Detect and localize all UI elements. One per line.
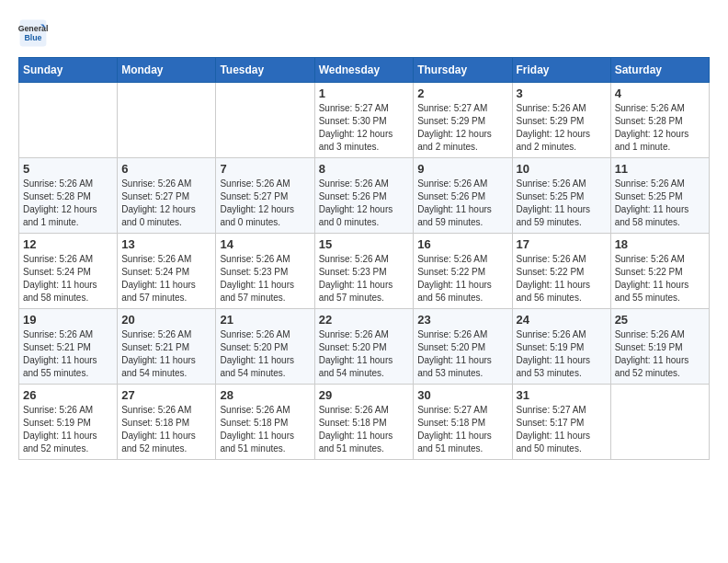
day-number: 2: [417, 86, 507, 100]
calendar-week-row: 19Sunrise: 5:26 AMSunset: 5:21 PMDayligh…: [19, 309, 710, 385]
weekday-header: Wednesday: [314, 58, 414, 83]
calendar-cell: 17Sunrise: 5:26 AMSunset: 5:22 PMDayligh…: [512, 234, 610, 309]
page-header: General Blue: [18, 18, 710, 48]
calendar-cell: 30Sunrise: 5:27 AMSunset: 5:18 PMDayligh…: [414, 385, 512, 460]
day-number: 12: [23, 237, 113, 251]
svg-text:Blue: Blue: [24, 33, 41, 42]
weekday-header: Monday: [118, 58, 216, 83]
calendar-cell: 22Sunrise: 5:26 AMSunset: 5:20 PMDayligh…: [314, 309, 414, 385]
calendar-cell: 31Sunrise: 5:27 AMSunset: 5:17 PMDayligh…: [512, 385, 610, 460]
cell-sunrise: Sunrise: 5:26 AMSunset: 5:19 PMDaylight:…: [615, 329, 689, 378]
cell-sunrise: Sunrise: 5:27 AMSunset: 5:17 PMDaylight:…: [517, 405, 591, 454]
calendar-cell: 10Sunrise: 5:26 AMSunset: 5:25 PMDayligh…: [512, 158, 610, 234]
cell-sunrise: Sunrise: 5:26 AMSunset: 5:18 PMDaylight:…: [319, 405, 393, 454]
weekday-header: Friday: [512, 58, 610, 83]
calendar-week-row: 26Sunrise: 5:26 AMSunset: 5:19 PMDayligh…: [19, 385, 710, 460]
weekday-header: Sunday: [19, 58, 118, 83]
calendar-cell: 6Sunrise: 5:26 AMSunset: 5:27 PMDaylight…: [118, 158, 216, 234]
calendar-cell: 12Sunrise: 5:26 AMSunset: 5:24 PMDayligh…: [19, 234, 118, 309]
day-number: 13: [121, 237, 211, 251]
day-number: 17: [517, 237, 607, 251]
cell-sunrise: Sunrise: 5:26 AMSunset: 5:25 PMDaylight:…: [517, 178, 591, 227]
calendar-cell: [19, 83, 118, 158]
cell-sunrise: Sunrise: 5:26 AMSunset: 5:28 PMDaylight:…: [23, 178, 97, 227]
calendar-cell: 27Sunrise: 5:26 AMSunset: 5:18 PMDayligh…: [118, 385, 216, 460]
calendar-cell: 7Sunrise: 5:26 AMSunset: 5:27 PMDaylight…: [216, 158, 314, 234]
cell-sunrise: Sunrise: 5:26 AMSunset: 5:22 PMDaylight:…: [615, 254, 689, 303]
calendar-cell: 13Sunrise: 5:26 AMSunset: 5:24 PMDayligh…: [118, 234, 216, 309]
calendar-cell: 18Sunrise: 5:26 AMSunset: 5:22 PMDayligh…: [610, 234, 709, 309]
calendar-week-row: 12Sunrise: 5:26 AMSunset: 5:24 PMDayligh…: [19, 234, 710, 309]
calendar-cell: [610, 385, 709, 460]
day-number: 27: [121, 388, 211, 402]
weekday-header-row: SundayMondayTuesdayWednesdayThursdayFrid…: [19, 58, 710, 83]
calendar-cell: 3Sunrise: 5:26 AMSunset: 5:29 PMDaylight…: [512, 83, 610, 158]
calendar-cell: 8Sunrise: 5:26 AMSunset: 5:26 PMDaylight…: [314, 158, 414, 234]
cell-sunrise: Sunrise: 5:26 AMSunset: 5:18 PMDaylight:…: [220, 405, 294, 454]
day-number: 31: [517, 388, 607, 402]
cell-sunrise: Sunrise: 5:26 AMSunset: 5:27 PMDaylight:…: [121, 178, 196, 227]
day-number: 7: [220, 162, 310, 176]
day-number: 23: [417, 313, 507, 327]
cell-sunrise: Sunrise: 5:26 AMSunset: 5:18 PMDaylight:…: [121, 405, 196, 454]
cell-sunrise: Sunrise: 5:26 AMSunset: 5:23 PMDaylight:…: [319, 254, 393, 303]
cell-sunrise: Sunrise: 5:26 AMSunset: 5:26 PMDaylight:…: [319, 178, 393, 227]
day-number: 15: [319, 237, 410, 251]
logo: General Blue: [18, 18, 48, 48]
calendar-cell: 14Sunrise: 5:26 AMSunset: 5:23 PMDayligh…: [216, 234, 314, 309]
day-number: 3: [517, 86, 607, 100]
calendar-cell: [118, 83, 216, 158]
calendar-cell: 23Sunrise: 5:26 AMSunset: 5:20 PMDayligh…: [414, 309, 512, 385]
day-number: 24: [517, 313, 607, 327]
cell-sunrise: Sunrise: 5:26 AMSunset: 5:29 PMDaylight:…: [517, 103, 591, 152]
day-number: 20: [121, 313, 211, 327]
calendar-table: SundayMondayTuesdayWednesdayThursdayFrid…: [18, 57, 710, 460]
day-number: 6: [121, 162, 211, 176]
calendar-cell: 5Sunrise: 5:26 AMSunset: 5:28 PMDaylight…: [19, 158, 118, 234]
cell-sunrise: Sunrise: 5:26 AMSunset: 5:24 PMDaylight:…: [121, 254, 196, 303]
weekday-header: Thursday: [414, 58, 512, 83]
weekday-header: Saturday: [610, 58, 709, 83]
cell-sunrise: Sunrise: 5:26 AMSunset: 5:22 PMDaylight:…: [517, 254, 591, 303]
calendar-cell: 28Sunrise: 5:26 AMSunset: 5:18 PMDayligh…: [216, 385, 314, 460]
logo-icon: General Blue: [18, 18, 48, 48]
cell-sunrise: Sunrise: 5:27 AMSunset: 5:18 PMDaylight:…: [417, 405, 492, 454]
cell-sunrise: Sunrise: 5:26 AMSunset: 5:23 PMDaylight:…: [220, 254, 294, 303]
day-number: 1: [319, 86, 410, 100]
day-number: 5: [23, 162, 113, 176]
cell-sunrise: Sunrise: 5:26 AMSunset: 5:19 PMDaylight:…: [517, 329, 591, 378]
day-number: 16: [417, 237, 507, 251]
cell-sunrise: Sunrise: 5:26 AMSunset: 5:19 PMDaylight:…: [23, 405, 97, 454]
cell-sunrise: Sunrise: 5:26 AMSunset: 5:24 PMDaylight:…: [23, 254, 97, 303]
day-number: 30: [417, 388, 507, 402]
calendar-week-row: 5Sunrise: 5:26 AMSunset: 5:28 PMDaylight…: [19, 158, 710, 234]
day-number: 9: [417, 162, 507, 176]
calendar-cell: 20Sunrise: 5:26 AMSunset: 5:21 PMDayligh…: [118, 309, 216, 385]
calendar-week-row: 1Sunrise: 5:27 AMSunset: 5:30 PMDaylight…: [19, 83, 710, 158]
cell-sunrise: Sunrise: 5:27 AMSunset: 5:30 PMDaylight:…: [319, 103, 393, 152]
cell-sunrise: Sunrise: 5:26 AMSunset: 5:26 PMDaylight:…: [417, 178, 492, 227]
cell-sunrise: Sunrise: 5:26 AMSunset: 5:20 PMDaylight:…: [319, 329, 393, 378]
day-number: 10: [517, 162, 607, 176]
calendar-cell: 26Sunrise: 5:26 AMSunset: 5:19 PMDayligh…: [19, 385, 118, 460]
day-number: 26: [23, 388, 113, 402]
calendar-cell: 21Sunrise: 5:26 AMSunset: 5:20 PMDayligh…: [216, 309, 314, 385]
weekday-header: Tuesday: [216, 58, 314, 83]
calendar-cell: 25Sunrise: 5:26 AMSunset: 5:19 PMDayligh…: [610, 309, 709, 385]
calendar-cell: 29Sunrise: 5:26 AMSunset: 5:18 PMDayligh…: [314, 385, 414, 460]
calendar-cell: 19Sunrise: 5:26 AMSunset: 5:21 PMDayligh…: [19, 309, 118, 385]
calendar-cell: 16Sunrise: 5:26 AMSunset: 5:22 PMDayligh…: [414, 234, 512, 309]
day-number: 18: [615, 237, 705, 251]
day-number: 22: [319, 313, 410, 327]
day-number: 8: [319, 162, 410, 176]
calendar-cell: 9Sunrise: 5:26 AMSunset: 5:26 PMDaylight…: [414, 158, 512, 234]
cell-sunrise: Sunrise: 5:26 AMSunset: 5:20 PMDaylight:…: [220, 329, 294, 378]
calendar-cell: 11Sunrise: 5:26 AMSunset: 5:25 PMDayligh…: [610, 158, 709, 234]
cell-sunrise: Sunrise: 5:27 AMSunset: 5:29 PMDaylight:…: [417, 103, 492, 152]
day-number: 21: [220, 313, 310, 327]
calendar-cell: 2Sunrise: 5:27 AMSunset: 5:29 PMDaylight…: [414, 83, 512, 158]
calendar-cell: 15Sunrise: 5:26 AMSunset: 5:23 PMDayligh…: [314, 234, 414, 309]
day-number: 28: [220, 388, 310, 402]
calendar-cell: 4Sunrise: 5:26 AMSunset: 5:28 PMDaylight…: [610, 83, 709, 158]
day-number: 25: [615, 313, 705, 327]
